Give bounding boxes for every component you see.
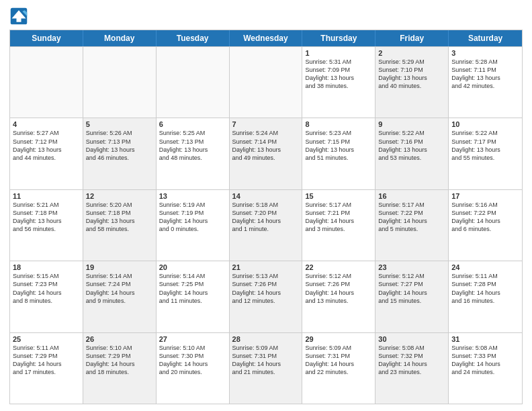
calendar-cell: 24Sunrise: 5:11 AM Sunset: 7:28 PM Dayli… [449, 261, 522, 332]
calendar-row-0: 1Sunrise: 5:31 AM Sunset: 7:09 PM Daylig… [10, 46, 522, 118]
calendar-cell: 17Sunrise: 5:16 AM Sunset: 7:22 PM Dayli… [449, 190, 522, 261]
day-number: 7 [232, 120, 300, 128]
weekday-header-monday: Monday [83, 30, 157, 46]
day-number: 12 [86, 192, 153, 200]
day-number: 13 [159, 192, 226, 200]
weekday-header-wednesday: Wednesday [230, 30, 303, 46]
cell-text: Sunrise: 5:18 AM Sunset: 7:20 PM Dayligh… [232, 201, 300, 234]
cell-text: Sunrise: 5:17 AM Sunset: 7:21 PM Dayligh… [305, 201, 372, 234]
weekday-header-friday: Friday [375, 30, 449, 46]
calendar-cell: 7Sunrise: 5:24 AM Sunset: 7:14 PM Daylig… [230, 118, 303, 189]
calendar-cell: 30Sunrise: 5:08 AM Sunset: 7:32 PM Dayli… [375, 333, 449, 404]
day-number: 9 [378, 120, 445, 128]
calendar-cell: 23Sunrise: 5:12 AM Sunset: 7:27 PM Dayli… [375, 261, 449, 332]
day-number: 26 [86, 335, 153, 343]
day-number: 14 [232, 192, 300, 200]
calendar-cell: 6Sunrise: 5:25 AM Sunset: 7:13 PM Daylig… [157, 118, 230, 189]
day-number: 19 [86, 263, 153, 271]
calendar-cell: 5Sunrise: 5:26 AM Sunset: 7:13 PM Daylig… [83, 118, 157, 189]
cell-text: Sunrise: 5:21 AM Sunset: 7:18 PM Dayligh… [13, 201, 80, 234]
day-number: 2 [378, 49, 445, 57]
day-number: 23 [378, 263, 445, 271]
cell-text: Sunrise: 5:26 AM Sunset: 7:13 PM Dayligh… [86, 129, 153, 162]
logo-icon [9, 7, 28, 26]
day-number: 5 [86, 120, 153, 128]
cell-text: Sunrise: 5:23 AM Sunset: 7:15 PM Dayligh… [305, 129, 372, 162]
calendar-cell: 26Sunrise: 5:10 AM Sunset: 7:29 PM Dayli… [83, 333, 157, 404]
calendar-cell: 8Sunrise: 5:23 AM Sunset: 7:15 PM Daylig… [302, 118, 375, 189]
cell-text: Sunrise: 5:08 AM Sunset: 7:32 PM Dayligh… [378, 344, 445, 377]
day-number: 3 [451, 49, 519, 57]
calendar-body: 1Sunrise: 5:31 AM Sunset: 7:09 PM Daylig… [10, 46, 522, 404]
calendar-cell: 9Sunrise: 5:22 AM Sunset: 7:16 PM Daylig… [375, 118, 449, 189]
day-number: 20 [159, 263, 226, 271]
day-number: 27 [159, 335, 226, 343]
calendar-cell: 13Sunrise: 5:19 AM Sunset: 7:19 PM Dayli… [157, 190, 230, 261]
cell-text: Sunrise: 5:19 AM Sunset: 7:19 PM Dayligh… [159, 201, 226, 234]
calendar-row-3: 18Sunrise: 5:15 AM Sunset: 7:23 PM Dayli… [10, 261, 522, 332]
weekday-header-tuesday: Tuesday [157, 30, 230, 46]
calendar-cell: 1Sunrise: 5:31 AM Sunset: 7:09 PM Daylig… [302, 47, 375, 118]
day-number: 28 [232, 335, 300, 343]
cell-text: Sunrise: 5:09 AM Sunset: 7:31 PM Dayligh… [232, 344, 300, 377]
cell-text: Sunrise: 5:12 AM Sunset: 7:27 PM Dayligh… [378, 272, 445, 305]
cell-text: Sunrise: 5:31 AM Sunset: 7:09 PM Dayligh… [305, 58, 372, 91]
calendar-cell: 4Sunrise: 5:27 AM Sunset: 7:12 PM Daylig… [10, 118, 83, 189]
cell-text: Sunrise: 5:22 AM Sunset: 7:17 PM Dayligh… [451, 129, 519, 162]
cell-text: Sunrise: 5:16 AM Sunset: 7:22 PM Dayligh… [451, 201, 519, 234]
cell-text: Sunrise: 5:12 AM Sunset: 7:26 PM Dayligh… [305, 272, 372, 305]
calendar-cell: 16Sunrise: 5:17 AM Sunset: 7:22 PM Dayli… [375, 190, 449, 261]
calendar-cell: 20Sunrise: 5:14 AM Sunset: 7:25 PM Dayli… [157, 261, 230, 332]
day-number: 31 [451, 335, 519, 343]
calendar-cell: 12Sunrise: 5:20 AM Sunset: 7:18 PM Dayli… [83, 190, 157, 261]
cell-text: Sunrise: 5:22 AM Sunset: 7:16 PM Dayligh… [378, 129, 445, 162]
calendar-cell: 11Sunrise: 5:21 AM Sunset: 7:18 PM Dayli… [10, 190, 83, 261]
cell-text: Sunrise: 5:25 AM Sunset: 7:13 PM Dayligh… [159, 129, 226, 162]
day-number: 1 [305, 49, 372, 57]
cell-text: Sunrise: 5:09 AM Sunset: 7:31 PM Dayligh… [305, 344, 372, 377]
calendar-cell: 19Sunrise: 5:14 AM Sunset: 7:24 PM Dayli… [83, 261, 157, 332]
cell-text: Sunrise: 5:13 AM Sunset: 7:26 PM Dayligh… [232, 272, 300, 305]
calendar: SundayMondayTuesdayWednesdayThursdayFrid… [9, 30, 523, 404]
day-number: 29 [305, 335, 372, 343]
logo [9, 7, 31, 26]
day-number: 30 [378, 335, 445, 343]
cell-text: Sunrise: 5:17 AM Sunset: 7:22 PM Dayligh… [378, 201, 445, 234]
cell-text: Sunrise: 5:15 AM Sunset: 7:23 PM Dayligh… [13, 272, 80, 305]
weekday-header-sunday: Sunday [10, 30, 83, 46]
page: SundayMondayTuesdayWednesdayThursdayFrid… [0, 0, 532, 411]
calendar-cell: 29Sunrise: 5:09 AM Sunset: 7:31 PM Dayli… [302, 333, 375, 404]
calendar-cell: 10Sunrise: 5:22 AM Sunset: 7:17 PM Dayli… [449, 118, 522, 189]
cell-text: Sunrise: 5:28 AM Sunset: 7:11 PM Dayligh… [451, 58, 519, 91]
calendar-cell: 25Sunrise: 5:11 AM Sunset: 7:29 PM Dayli… [10, 333, 83, 404]
cell-text: Sunrise: 5:27 AM Sunset: 7:12 PM Dayligh… [13, 129, 80, 162]
day-number: 17 [451, 192, 519, 200]
calendar-cell: 2Sunrise: 5:29 AM Sunset: 7:10 PM Daylig… [375, 47, 449, 118]
day-number: 21 [232, 263, 300, 271]
weekday-header-saturday: Saturday [449, 30, 522, 46]
cell-text: Sunrise: 5:08 AM Sunset: 7:33 PM Dayligh… [451, 344, 519, 377]
calendar-cell [83, 47, 157, 118]
cell-text: Sunrise: 5:11 AM Sunset: 7:29 PM Dayligh… [13, 344, 80, 377]
calendar-cell: 27Sunrise: 5:10 AM Sunset: 7:30 PM Dayli… [157, 333, 230, 404]
calendar-cell [10, 47, 83, 118]
calendar-cell: 22Sunrise: 5:12 AM Sunset: 7:26 PM Dayli… [302, 261, 375, 332]
day-number: 22 [305, 263, 372, 271]
calendar-cell: 21Sunrise: 5:13 AM Sunset: 7:26 PM Dayli… [230, 261, 303, 332]
calendar-row-4: 25Sunrise: 5:11 AM Sunset: 7:29 PM Dayli… [10, 332, 522, 404]
cell-text: Sunrise: 5:14 AM Sunset: 7:25 PM Dayligh… [159, 272, 226, 305]
calendar-row-1: 4Sunrise: 5:27 AM Sunset: 7:12 PM Daylig… [10, 118, 522, 189]
day-number: 6 [159, 120, 226, 128]
day-number: 8 [305, 120, 372, 128]
calendar-cell [230, 47, 303, 118]
calendar-header: SundayMondayTuesdayWednesdayThursdayFrid… [10, 30, 522, 46]
calendar-cell: 15Sunrise: 5:17 AM Sunset: 7:21 PM Dayli… [302, 190, 375, 261]
cell-text: Sunrise: 5:10 AM Sunset: 7:30 PM Dayligh… [159, 344, 226, 377]
cell-text: Sunrise: 5:10 AM Sunset: 7:29 PM Dayligh… [86, 344, 153, 377]
day-number: 10 [451, 120, 519, 128]
header [9, 7, 523, 26]
calendar-cell: 31Sunrise: 5:08 AM Sunset: 7:33 PM Dayli… [449, 333, 522, 404]
day-number: 24 [451, 263, 519, 271]
day-number: 25 [13, 335, 80, 343]
calendar-cell: 28Sunrise: 5:09 AM Sunset: 7:31 PM Dayli… [230, 333, 303, 404]
